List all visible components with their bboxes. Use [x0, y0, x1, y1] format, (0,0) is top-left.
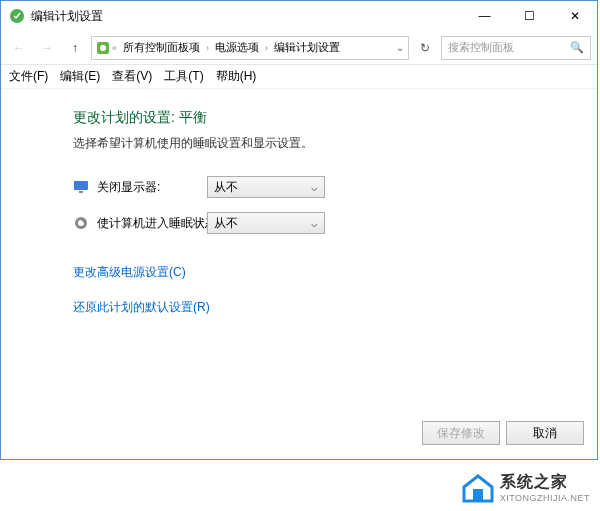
sleep-select[interactable]: 从不 [207, 212, 325, 234]
up-button[interactable]: ↑ [63, 36, 87, 60]
control-panel-icon [96, 41, 110, 55]
breadcrumb-item[interactable]: 所有控制面板项 [119, 40, 204, 55]
menubar: 文件(F) 编辑(E) 查看(V) 工具(T) 帮助(H) [1, 65, 597, 89]
watermark-name: 系统之家 [500, 472, 590, 493]
window-title: 编辑计划设置 [31, 8, 462, 25]
watermark: 系统之家 XITONGZHIJIA.NET [460, 469, 590, 505]
svg-point-2 [100, 45, 106, 51]
search-input[interactable]: 搜索控制面板 🔍 [441, 36, 591, 60]
forward-button[interactable]: → [35, 36, 59, 60]
breadcrumb[interactable]: « 所有控制面板项 › 电源选项 › 编辑计划设置 ⌄ [91, 36, 409, 60]
watermark-url: XITONGZHIJIA.NET [500, 493, 590, 503]
menu-edit[interactable]: 编辑(E) [60, 68, 100, 85]
save-button[interactable]: 保存修改 [422, 421, 500, 445]
chevron-right-icon: › [206, 43, 209, 53]
app-icon [9, 8, 25, 24]
minimize-button[interactable]: — [462, 1, 507, 31]
row-display-off: 关闭显示器: 从不 [73, 176, 597, 198]
refresh-button[interactable]: ↻ [413, 36, 437, 60]
titlebar: 编辑计划设置 — ☐ ✕ [1, 1, 597, 31]
link-advanced-settings[interactable]: 更改高级电源设置(C) [73, 264, 597, 281]
row-sleep: 使计算机进入睡眠状态: 从不 [73, 212, 597, 234]
menu-view[interactable]: 查看(V) [112, 68, 152, 85]
svg-rect-6 [473, 489, 483, 501]
sleep-icon [73, 215, 89, 231]
page-subtext: 选择希望计算机使用的睡眠设置和显示设置。 [73, 135, 597, 152]
chevron-down-icon[interactable]: ⌄ [396, 42, 404, 53]
maximize-button[interactable]: ☐ [507, 1, 552, 31]
menu-file[interactable]: 文件(F) [9, 68, 48, 85]
back-button[interactable]: ← [7, 36, 31, 60]
svg-rect-3 [74, 181, 88, 190]
breadcrumb-item[interactable]: 电源选项 [211, 40, 263, 55]
chevron-right-icon: › [265, 43, 268, 53]
close-button[interactable]: ✕ [552, 1, 597, 31]
cancel-button[interactable]: 取消 [506, 421, 584, 445]
display-off-select[interactable]: 从不 [207, 176, 325, 198]
menu-tools[interactable]: 工具(T) [164, 68, 203, 85]
monitor-icon [73, 179, 89, 195]
link-restore-defaults[interactable]: 还原此计划的默认设置(R) [73, 299, 597, 316]
watermark-icon [460, 469, 496, 505]
content: 更改计划的设置: 平衡 选择希望计算机使用的睡眠设置和显示设置。 关闭显示器: … [1, 89, 597, 316]
menu-help[interactable]: 帮助(H) [216, 68, 257, 85]
display-off-label: 关闭显示器: [97, 179, 207, 196]
search-placeholder: 搜索控制面板 [448, 40, 514, 55]
svg-rect-4 [79, 191, 83, 193]
page-heading: 更改计划的设置: 平衡 [73, 109, 597, 127]
button-row: 保存修改 取消 [422, 421, 584, 445]
chevron-right-icon: « [112, 43, 117, 53]
breadcrumb-item[interactable]: 编辑计划设置 [270, 40, 344, 55]
search-icon: 🔍 [570, 41, 584, 54]
navbar: ← → ↑ « 所有控制面板项 › 电源选项 › 编辑计划设置 ⌄ ↻ 搜索控制… [1, 31, 597, 65]
